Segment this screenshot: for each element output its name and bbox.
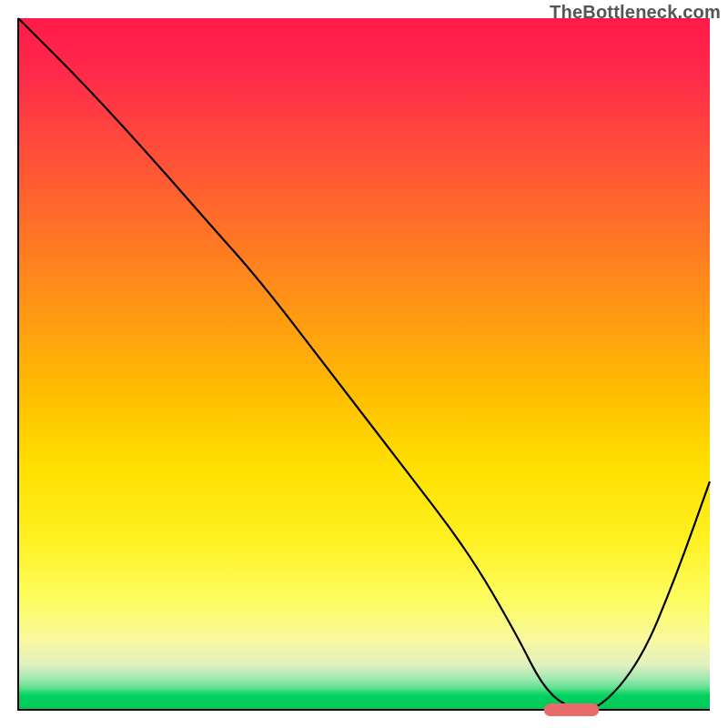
bottleneck-curve (18, 18, 710, 710)
bottleneck-chart: TheBottleneck.com (0, 0, 728, 728)
axis-frame (18, 18, 710, 710)
plot-svg (0, 0, 728, 728)
optimum-marker (544, 703, 600, 716)
